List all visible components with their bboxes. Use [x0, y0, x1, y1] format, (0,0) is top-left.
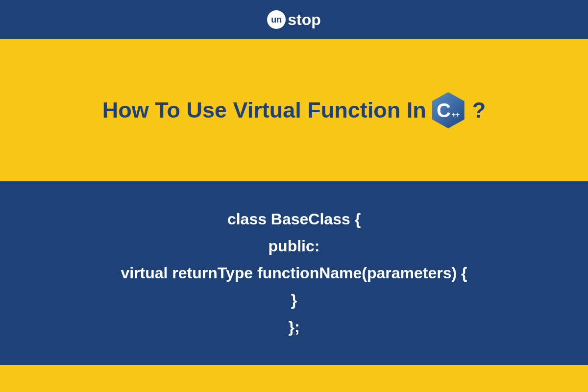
hexagon-content: C ++: [437, 100, 460, 120]
code-line-3: virtual returnType functionName(paramete…: [121, 264, 467, 282]
logo-circle-icon: un: [267, 10, 286, 29]
code-line-5: };: [288, 318, 299, 336]
logo-text: stop: [288, 11, 321, 29]
footer-bar: [0, 365, 588, 392]
code-line-4: }: [291, 291, 297, 309]
header-bar: un stop: [0, 0, 588, 39]
code-line-2: public:: [269, 237, 320, 255]
page-container: un stop How To Use Virtual Function In C…: [0, 0, 588, 392]
cpp-plus-symbol: ++: [452, 111, 460, 119]
logo-circle-text: un: [271, 15, 282, 25]
cpp-logo-icon: C ++: [432, 92, 465, 128]
code-section: class BaseClass { public: virtual return…: [0, 181, 588, 365]
title-text: How To Use Virtual Function In: [102, 98, 426, 123]
cpp-c-letter: C: [437, 100, 451, 120]
code-line-1: class BaseClass {: [227, 210, 361, 228]
title-section: How To Use Virtual Function In C ++ ?: [0, 39, 588, 181]
hexagon-icon: C ++: [432, 92, 465, 128]
title-content: How To Use Virtual Function In C ++ ?: [102, 92, 486, 128]
unstop-logo: un stop: [267, 10, 321, 29]
question-mark: ?: [472, 98, 486, 123]
